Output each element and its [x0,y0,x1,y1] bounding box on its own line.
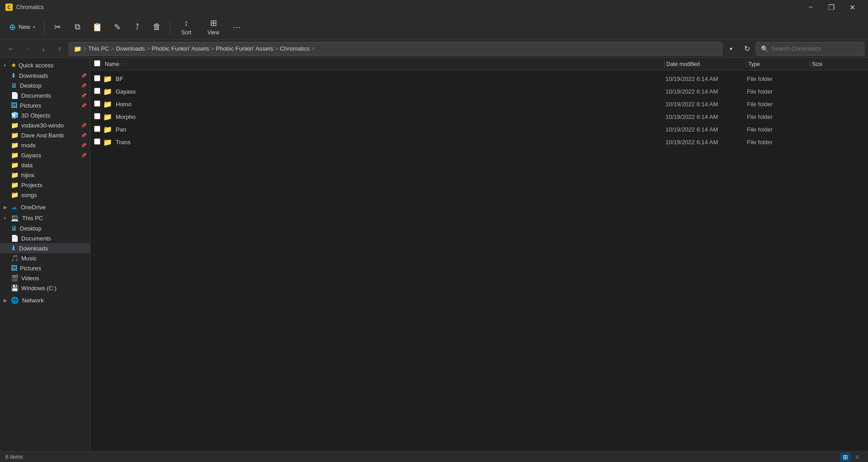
search-input[interactable] [771,45,859,52]
sidebar-item-hijinx-quick[interactable]: 📁 hijinx [0,170,90,180]
sidebar-item-music-pc[interactable]: 🎵 Music [0,253,90,263]
window-controls: − ❐ ✕ [800,0,863,14]
downloads-pc-icon: ⬇ [11,245,16,252]
table-row[interactable]: 📁 Trans 10/19/2022 6:14 AM File folder [90,136,868,148]
share-button[interactable]: ⤴ [128,18,146,36]
content-area: Name ↑ Date modified Type Size 📁 [90,58,868,451]
sidebar-item-data-label: data [21,162,86,169]
sort-button[interactable]: ↕ Sort [174,16,199,38]
list-view-button[interactable]: ≡ [852,453,863,462]
folder-icon-3: 📁 [103,113,112,121]
address-dropdown-button[interactable]: ▾ [724,42,738,56]
address-path[interactable]: 📁 > This PC > Downloads > Phobic Funkin'… [69,42,722,56]
table-row[interactable]: 📁 Gayass 10/19/2022 6:14 AM File folder [90,85,868,98]
sidebar-item-downloads-label: Downloads [19,72,78,79]
sidebar-section-quick-access[interactable]: ▾ ★ Quick access [0,60,90,71]
row-checkbox-1[interactable] [94,88,103,95]
view-label: View [208,29,219,36]
folder-icon-projects: 📁 [11,181,19,189]
refresh-button[interactable]: ↻ [740,42,754,56]
select-all-checkbox[interactable] [94,60,100,66]
minimize-button[interactable]: − [800,0,821,14]
sidebar-item-windows-c[interactable]: 💾 Windows (C:) [0,283,90,293]
sidebar-item-music-pc-label: Music [21,255,86,262]
sidebar-item-3d-quick[interactable]: 🧊 3D Objects [0,110,90,120]
path-segment-chromatics[interactable]: Chromatics [280,45,310,52]
sidebar-item-downloads-pc[interactable]: ⬇ Downloads [0,243,90,253]
table-row[interactable]: 📁 Morpho 10/19/2022 6:14 AM File folder [90,110,868,123]
new-chevron-icon: ▾ [33,24,35,29]
row-checkbox-2[interactable] [94,100,103,108]
row-checkbox-3[interactable] [94,113,103,121]
sidebar-item-davebanb-quick[interactable]: 📁 Dave And Bamb 📌 [0,130,90,140]
sidebar-item-desktop-pc[interactable]: 🖥 Desktop [0,223,90,233]
sidebar-item-documents-pc[interactable]: 📄 Documents [0,233,90,243]
col-header-type[interactable]: Type [746,61,810,67]
col-header-date[interactable]: Date modified [665,61,746,67]
sidebar-item-desktop-quick[interactable]: 🖥 Desktop 📌 [0,80,90,90]
sidebar-item-vsdave-quick[interactable]: 📁 vsdave30-windo 📌 [0,120,90,130]
sidebar-section-onedrive[interactable]: ▶ ☁ OneDrive [0,202,90,212]
sidebar-item-projects-quick[interactable]: 📁 Projects [0,180,90,190]
status-bar: 6 items ⊞ ≡ [0,451,868,462]
app-icon: C [5,4,13,11]
pin-icon: 📌 [81,73,86,78]
file-name-2: Homo [116,101,132,108]
pin-icon-gayass: 📌 [81,153,86,158]
paste-button[interactable]: 📋 [88,18,106,36]
close-button[interactable]: ✕ [842,0,863,14]
view-button[interactable]: ⊞ View [201,15,226,38]
sidebar-item-songs-quick[interactable]: 📁 songs [0,190,90,200]
up-button[interactable]: ↑ [52,42,67,56]
more-button[interactable]: ⋯ [228,18,246,36]
folder-icon-2: 📁 [103,100,112,108]
network-label: Network [22,297,44,304]
sidebar-section-network[interactable]: ▶ 🌐 Network [0,295,90,306]
delete-button[interactable]: 🗑 [148,18,166,36]
path-segment-downloads[interactable]: Downloads [116,45,145,52]
sidebar-item-pictures-pc[interactable]: 🖼 Pictures [0,263,90,273]
folder-icon-gayass: 📁 [11,151,19,159]
folder-icon-vsdave: 📁 [11,122,19,129]
maximize-button[interactable]: ❐ [821,0,842,14]
table-row[interactable]: 📁 Pan 10/19/2022 6:14 AM File folder [90,123,868,136]
file-type-5: File folder [747,139,810,146]
path-segment-phobic2[interactable]: Phobic Funkin' Assets [216,45,273,52]
recent-button[interactable]: ↓ [36,42,51,56]
col-header-name[interactable]: Name ↑ [103,61,664,67]
sidebar-item-videos-pc[interactable]: 🎬 Videos [0,273,90,283]
row-checkbox-0[interactable] [94,75,103,83]
sidebar-item-desktop-label: Desktop [20,82,78,89]
path-segment-thispc[interactable]: This PC [88,45,109,52]
file-name-0: BF [116,75,123,82]
path-segment-phobic1[interactable]: Phobic Funkin' Assets [152,45,209,52]
main-area: ▾ ★ Quick access ⬇ Downloads 📌 🖥 Desktop… [0,58,868,451]
sidebar-item-pictures-quick[interactable]: 🖼 Pictures 📌 [0,100,90,110]
sidebar-item-mods-quick[interactable]: 📁 mods 📌 [0,140,90,150]
sidebar-item-documents-pc-label: Documents [21,235,86,242]
desktop-pc-icon: 🖥 [11,225,17,232]
grid-view-button[interactable]: ⊞ [840,453,851,462]
sidebar-item-gayass-quick[interactable]: 📁 Gayass 📌 [0,150,90,160]
search-box[interactable]: 🔍 [756,42,864,56]
cut-button[interactable]: ✂ [48,18,66,36]
sort-label: Sort [181,29,191,36]
row-checkbox-4[interactable] [94,126,103,133]
table-row[interactable]: 📁 BF 10/19/2022 6:14 AM File folder [90,72,868,85]
app-title: Chromatics [16,4,44,10]
sidebar-item-hijinx-label: hijinx [21,172,86,179]
sidebar-item-documents-quick[interactable]: 📄 Documents 📌 [0,90,90,100]
rename-button[interactable]: ✎ [108,18,126,36]
sidebar-section-thispc[interactable]: ▾ 💻 This PC [0,212,90,223]
table-row[interactable]: 📁 Homo 10/19/2022 6:14 AM File folder [90,98,868,110]
col-header-size[interactable]: Size [810,61,864,67]
pictures-pc-icon: 🖼 [11,264,17,272]
forward-button[interactable]: → [20,42,34,56]
row-checkbox-5[interactable] [94,138,103,146]
back-button[interactable]: ← [4,42,18,56]
address-bar: ← → ↓ ↑ 📁 > This PC > Downloads > Phobic… [0,40,868,58]
copy-button[interactable]: ⧉ [68,18,86,36]
sidebar-item-downloads-quick[interactable]: ⬇ Downloads 📌 [0,71,90,80]
new-button[interactable]: ⊕ New ▾ [4,19,41,35]
sidebar-item-data-quick[interactable]: 📁 data [0,160,90,170]
